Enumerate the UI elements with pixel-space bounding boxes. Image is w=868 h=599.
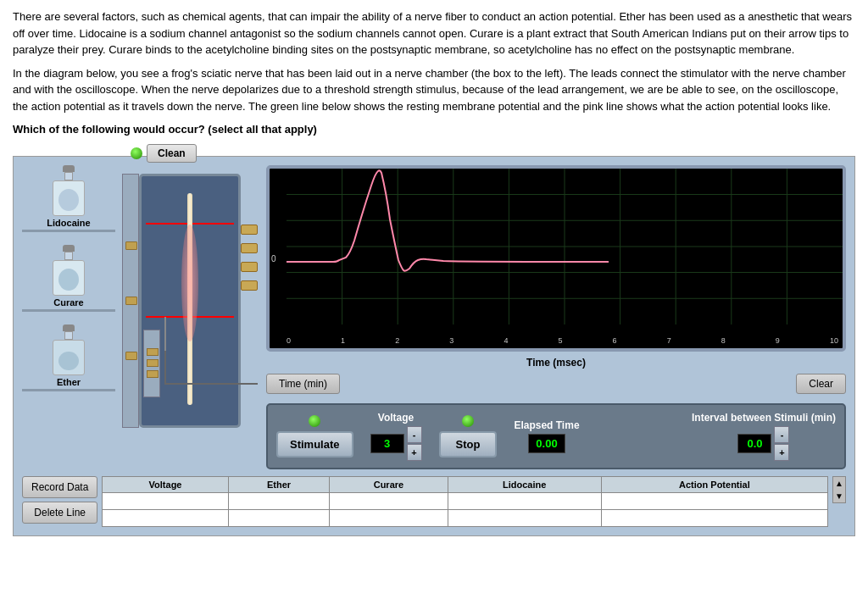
x-label-4: 4 xyxy=(504,336,508,345)
col-ether: Ether xyxy=(228,476,330,492)
bottle-curare xyxy=(47,245,90,296)
shelf-line-ether xyxy=(22,389,115,391)
col-curare: Curare xyxy=(330,476,448,492)
interval-decrement[interactable]: - xyxy=(774,426,789,443)
record-data-button[interactable]: Record Data xyxy=(22,476,97,498)
table-body xyxy=(103,492,828,526)
x-axis-labels: 0 1 2 3 4 5 6 7 8 9 10 xyxy=(287,336,838,345)
scroll-up-arrow[interactable]: ▲ xyxy=(833,477,845,490)
cell-curare-1 xyxy=(330,492,448,509)
time-min-button[interactable]: Time (min) xyxy=(266,374,340,394)
paragraph-1: There are several factors, such as chemi… xyxy=(13,8,855,58)
x-label-3: 3 xyxy=(449,336,453,345)
x-label-2: 2 xyxy=(395,336,399,345)
chemical-curare: Curare xyxy=(22,245,115,312)
question: Which of the following would occur? (sel… xyxy=(13,121,855,138)
time-msec-label: Time (msec) xyxy=(266,357,846,369)
table-scroll-indicator: ▲ ▼ xyxy=(832,476,846,503)
shelf-line xyxy=(22,230,115,232)
table-row xyxy=(103,509,828,526)
col-action-potential: Action Potential xyxy=(601,476,827,492)
voltage-value: 3 xyxy=(370,434,404,453)
cell-ether-2 xyxy=(228,509,330,526)
oscilloscope-screen: 0 0 1 2 3 4 5 6 7 8 9 10 xyxy=(266,165,846,352)
stimulate-area: Stimulate xyxy=(276,415,353,458)
stop-indicator xyxy=(462,415,474,427)
simulation-container: Lidocaine Curare xyxy=(13,156,855,536)
stop-area: Stop xyxy=(439,415,498,458)
stimulate-button[interactable]: Stimulate xyxy=(276,431,353,458)
svg-point-0 xyxy=(58,189,79,211)
curare-liquid-icon xyxy=(56,263,81,292)
voltage-decrement[interactable]: - xyxy=(407,426,422,443)
x-label-1: 1 xyxy=(341,336,345,345)
osc-bottom-controls: Time (min) Clear xyxy=(266,374,846,394)
x-label-8: 8 xyxy=(721,336,726,345)
voltage-increment[interactable]: + xyxy=(407,444,422,461)
bl-conn-1 xyxy=(147,348,159,356)
cell-voltage-2 xyxy=(103,509,228,526)
cell-lidocaine-1 xyxy=(448,492,601,509)
zero-label: 0 xyxy=(271,253,276,263)
power-indicator xyxy=(131,147,142,159)
scroll-down-arrow[interactable]: ▼ xyxy=(833,490,845,502)
sim-inner: Lidocaine Curare xyxy=(22,165,846,469)
connector-1 xyxy=(125,241,137,250)
x-label-10: 10 xyxy=(830,336,838,345)
x-label-0: 0 xyxy=(287,336,291,345)
cell-voltage-1 xyxy=(103,492,228,509)
bottle-liquid-icon xyxy=(56,183,81,213)
bottle-neck xyxy=(64,172,73,180)
col-lidocaine: Lidocaine xyxy=(448,476,601,492)
connector-2 xyxy=(125,297,137,305)
osc-grid xyxy=(287,169,843,324)
delete-line-button[interactable]: Delete Line xyxy=(22,502,97,524)
interval-control: Interval between Stimuli (min) 0.0 - + xyxy=(692,412,836,461)
table-header: Voltage Ether Curare Lidocaine Action Po… xyxy=(103,476,828,492)
controls-section: Stimulate Voltage 3 - + S xyxy=(266,403,846,469)
bottle-cap xyxy=(63,165,75,172)
bottle-neck-curare xyxy=(64,252,73,260)
clean-button[interactable]: Clean xyxy=(147,144,197,163)
wire-horizontal-1 xyxy=(164,383,258,385)
nerve-tissue xyxy=(182,193,198,405)
curare-label: Curare xyxy=(53,297,83,308)
clear-button[interactable]: Clear xyxy=(796,374,846,394)
ether-liquid-icon xyxy=(56,342,81,372)
right-conn-1 xyxy=(241,225,258,235)
elapsed-label: Elapsed Time xyxy=(514,419,579,431)
right-conn-4 xyxy=(241,280,258,291)
voltage-control: Voltage 3 - + xyxy=(370,412,422,461)
bottle-cap-ether xyxy=(63,324,75,331)
stop-button[interactable]: Stop xyxy=(439,431,498,458)
bottle-body xyxy=(53,180,85,216)
elapsed-control: Elapsed Time 0.00 xyxy=(514,419,579,453)
ether-label: Ether xyxy=(57,377,81,387)
data-table-section: Record Data Delete Line Voltage Ether Cu… xyxy=(22,476,846,527)
stimulate-indicator xyxy=(309,415,320,427)
voltage-steppers: - + xyxy=(407,426,422,461)
bottle-ether xyxy=(47,324,90,375)
interval-increment[interactable]: + xyxy=(774,444,789,461)
cell-ap-1 xyxy=(601,492,827,509)
bottle-neck-ether xyxy=(64,331,73,340)
lidocaine-label: Lidocaine xyxy=(47,218,90,228)
voltage-label: Voltage xyxy=(378,412,414,424)
bottle-body-curare xyxy=(53,260,85,296)
col-voltage: Voltage xyxy=(103,476,228,492)
header-row: Voltage Ether Curare Lidocaine Action Po… xyxy=(103,476,828,492)
data-buttons: Record Data Delete Line xyxy=(22,476,97,524)
interval-value: 0.0 xyxy=(737,434,771,453)
interval-steppers: - + xyxy=(774,426,789,461)
wire-vertical-2 xyxy=(164,317,166,351)
voltage-input-row: 3 - + xyxy=(370,426,422,461)
shelf-line-curare xyxy=(22,309,115,312)
cell-curare-2 xyxy=(330,509,448,526)
cell-ether-1 xyxy=(228,492,330,509)
nerve-activity xyxy=(181,225,198,341)
data-table: Voltage Ether Curare Lidocaine Action Po… xyxy=(102,476,828,527)
connector-3 xyxy=(125,352,137,360)
cell-lidocaine-2 xyxy=(448,509,601,526)
right-conn-2 xyxy=(241,243,258,253)
elapsed-value: 0.00 xyxy=(528,434,565,453)
